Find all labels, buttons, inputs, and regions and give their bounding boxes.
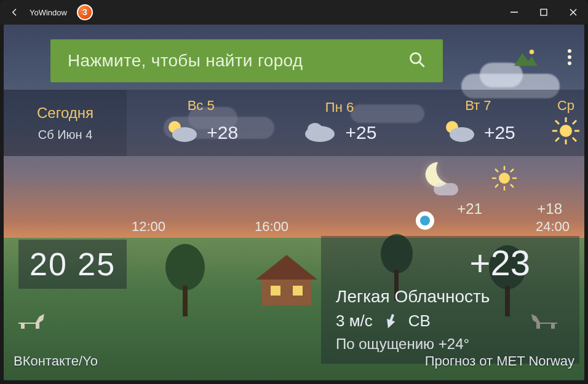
current-temp: +23 [336,242,567,283]
forecast-day-label: Ср [557,98,574,114]
footer-provider[interactable]: Прогноз от MET Norway [425,353,574,369]
svg-point-33 [165,244,205,291]
night-temp: +18 [537,200,562,217]
step-badge: 3 [77,4,93,20]
forecast-temp: +25 [346,122,377,143]
svg-line-30 [511,184,514,187]
night-temp: +21 [457,200,482,217]
svg-line-23 [555,138,559,141]
wind-arrow-icon [385,314,396,329]
search-bar[interactable]: Нажмите, чтобы найти город [50,39,443,82]
tree-decoration [164,243,207,319]
overflow-menu-icon[interactable] [567,49,572,68]
title-bar: YoWindow 3 [0,0,588,25]
cloudy-icon [303,119,337,147]
window-title: YoWindow [30,8,67,17]
forecast-day-label: Пн 6 [325,100,354,116]
svg-point-5 [530,50,534,55]
today-date: Сб Июн 4 [38,128,93,142]
wind-speed: 3 м/с [336,312,373,331]
forecast-row: Сегодня Сб Июн 4 Вс 5 +28 Пн 6 +25 Вт 7 [4,90,584,156]
svg-point-7 [568,55,571,59]
svg-point-15 [560,125,572,137]
partly-cloudy-icon [164,117,198,149]
svg-rect-34 [183,286,188,316]
cloud-decoration [434,183,458,195]
forecast-temp: +28 [207,122,238,143]
svg-rect-41 [271,286,280,296]
current-wind: 3 м/с СВ [336,312,567,331]
forecast-day[interactable]: Ср [547,90,584,156]
footer-social[interactable]: ВКонтакте/Yo [14,353,98,369]
svg-line-22 [573,120,576,124]
svg-line-32 [495,184,498,187]
current-weather-panel: +23 Легкая Облачность 3 м/с СВ По ощущен… [321,236,579,364]
svg-point-8 [568,61,571,65]
sunny-icon [552,117,579,149]
svg-line-31 [511,169,514,172]
forecast-day-label: Вс 5 [188,98,215,114]
svg-line-3 [419,62,424,67]
svg-line-20 [555,120,559,124]
house-decoration [250,252,324,310]
maximize-button[interactable] [529,0,558,25]
landscape-icon[interactable] [514,48,538,69]
svg-point-6 [568,49,571,53]
today-label: Сегодня [37,104,93,122]
svg-rect-42 [293,286,303,296]
forecast-day-label: Вт 7 [465,98,491,114]
back-button[interactable] [5,2,25,22]
hour-label: 24:00 [536,219,570,235]
forecast-temp: +25 [484,122,515,143]
svg-point-14 [450,127,474,142]
svg-point-10 [172,127,197,142]
svg-marker-39 [256,255,317,280]
svg-point-12 [308,123,322,135]
minimize-button[interactable] [499,0,529,25]
svg-rect-40 [262,280,311,305]
clock-display: 20 25 [18,240,127,289]
clock-time: 20 25 [30,246,116,282]
partly-cloudy-icon [441,117,475,149]
wind-dir: СВ [408,312,431,331]
svg-point-2 [411,53,421,63]
svg-rect-0 [511,12,518,13]
hour-label: 12:00 [132,219,165,235]
forecast-day[interactable]: Пн 6 +25 [270,90,408,156]
forecast-day[interactable]: Вс 5 +28 [132,90,270,156]
svg-line-29 [495,169,498,172]
close-button[interactable] [558,0,588,25]
current-desc: Легкая Облачность [336,287,567,307]
time-position-dot[interactable] [416,211,434,230]
horse-decoration [16,304,48,331]
search-placeholder: Нажмите, чтобы найти город [68,51,303,71]
svg-point-24 [499,173,510,184]
feels-like: По ощущению +24° [336,335,567,353]
sun-icon [492,166,517,190]
forecast-today[interactable]: Сегодня Сб Июн 4 [4,90,127,156]
svg-line-21 [573,138,576,141]
svg-rect-1 [541,9,547,15]
search-icon[interactable] [408,51,426,71]
svg-marker-4 [514,53,538,66]
app-canvas: Нажмите, чтобы найти город Сегодня Сб Ию… [4,25,584,380]
forecast-day[interactable]: Вт 7 +25 [409,90,547,156]
hour-label: 16:00 [255,219,288,235]
